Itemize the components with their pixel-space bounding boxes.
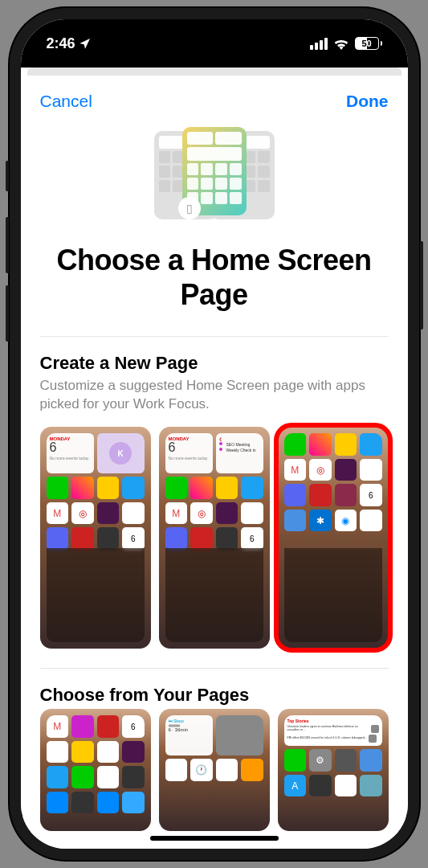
create-section-description: Customize a suggested Home Screen page w…: [40, 377, 389, 414]
sleep-widget: 🛏 Sleep▮▮▮▮▮▮▮6 · 36min: [165, 715, 213, 755]
suggested-page-3[interactable]: M◎ 6 ✱◉: [278, 427, 389, 649]
modal-header: Cancel Done: [21, 76, 408, 119]
dynamic-island: [157, 32, 271, 64]
suggested-page-1[interactable]: MONDAY6No more events today K M◎ 6: [40, 427, 151, 649]
power-button: [420, 241, 423, 330]
modal-content: Cancel Done ▯ Choose a Home Screen Page …: [21, 68, 408, 849]
status-time: 2:46: [47, 35, 75, 52]
volume-down-button: [6, 285, 9, 342]
battery-icon: 50: [355, 37, 382, 50]
create-section: Create a New Page Customize a suggested …: [21, 337, 408, 668]
location-icon: [79, 37, 92, 50]
suggested-page-2[interactable]: MONDAY6No more events today ☾SEO Meeting…: [159, 427, 270, 649]
news-widget: Top Stories Ukrainian leaders agree to c…: [284, 715, 382, 746]
focus-badge-icon: ▯: [178, 197, 201, 219]
choose-section-title: Choose from Your Pages: [40, 685, 389, 706]
volume-up-button: [6, 217, 9, 273]
reminders-widget: ☾SEO MeetingWeekly Check in: [216, 433, 263, 473]
home-indicator[interactable]: [150, 836, 279, 841]
suggested-thumbnails: MONDAY6No more events today K M◎ 6: [40, 427, 389, 649]
screen: 2:46 50 Cancel Done: [21, 19, 408, 849]
contact-widget: K: [97, 433, 145, 473]
phone-frame: 2:46 50 Cancel Done: [10, 8, 419, 860]
blank-widget: [216, 715, 263, 755]
existing-page-2[interactable]: 🛏 Sleep▮▮▮▮▮▮▮6 · 36min 🕐: [159, 709, 270, 831]
modal-grabber-background: [27, 68, 402, 76]
hero-icon: ▯: [21, 127, 408, 223]
calendar-widget: MONDAY6No more events today: [47, 433, 94, 473]
calendar-widget: MONDAY6No more events today: [165, 433, 213, 473]
done-button[interactable]: Done: [346, 92, 389, 111]
choose-section: Choose from Your Pages M6: [21, 669, 408, 849]
create-section-title: Create a New Page: [40, 353, 389, 374]
cancel-button[interactable]: Cancel: [40, 92, 92, 111]
existing-thumbnails: M6 🛏 Sleep▮▮▮▮▮▮▮6 · 36min: [40, 709, 389, 831]
page-title: Choose a Home Screen Page: [21, 243, 408, 336]
cellular-signal-icon: [310, 38, 328, 50]
mute-switch: [6, 161, 9, 191]
wifi-icon: [333, 38, 349, 50]
existing-page-3[interactable]: Top Stories Ukrainian leaders agree to c…: [278, 709, 389, 831]
existing-page-1[interactable]: M6: [40, 709, 151, 831]
